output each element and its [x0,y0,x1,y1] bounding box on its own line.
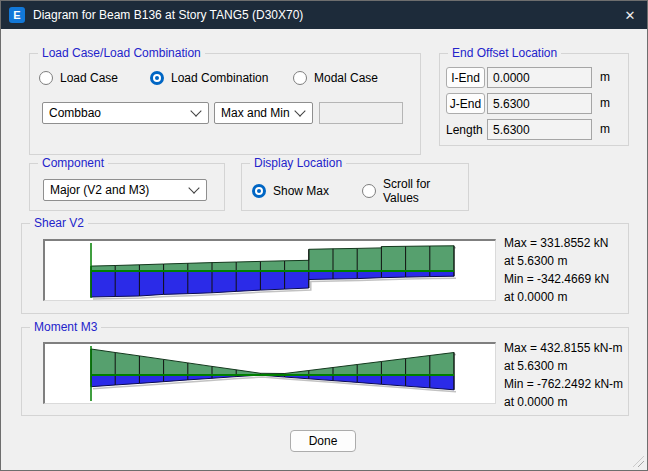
radio-circle-icon[interactable] [293,71,307,85]
end-offset-group-title: End Offset Location [448,46,561,60]
dialog-window: E Diagram for Beam B136 at Story TANG5 (… [0,0,648,471]
moment-group-title: Moment M3 [30,320,101,334]
i-end-value: 0.0000 [493,71,530,85]
radio-load-combination-label: Load Combination [171,71,268,85]
radio-show-max[interactable]: Show Max [252,184,329,198]
shear-group-title: Shear V2 [30,216,88,230]
shear-max-location: at 5.6300 m [504,252,609,270]
chevron-down-icon [294,105,305,116]
minmax-select[interactable]: Max and Min [214,102,313,124]
shear-min-location: at 0.0000 m [504,288,609,306]
load-case-group-title: Load Case/Load Combination [38,46,205,60]
chevron-down-icon [188,182,199,193]
i-end-field[interactable]: 0.0000 [487,67,592,88]
radio-circle-icon[interactable] [362,184,376,198]
shear-min-value: Min = -342.4669 kN [504,270,609,288]
display-location-group-title: Display Location [250,156,346,170]
length-label: Length [446,119,483,140]
done-button[interactable]: Done [290,430,356,452]
title-bar[interactable]: E Diagram for Beam B136 at Story TANG5 (… [1,1,647,29]
j-end-button[interactable]: J-End [446,93,485,114]
display-location-group: Display Location Show Max Scroll for Val… [241,163,469,211]
minmax-value: Max and Min [221,106,296,120]
moment-min-location: at 0.0000 m [504,393,623,411]
i-end-button-label: I-End [451,71,480,85]
component-group-title: Component [38,156,108,170]
moment-min-value: Min = -762.2492 kN-m [504,375,623,393]
done-button-label: Done [309,434,338,448]
i-end-button[interactable]: I-End [446,67,485,88]
radio-show-max-label: Show Max [273,184,329,198]
i-end-unit: m [600,70,610,84]
close-icon[interactable]: ✕ [613,1,647,29]
radio-load-combination[interactable]: Load Combination [150,71,268,85]
shear-diagram-svg [45,241,495,300]
load-combination-select[interactable]: Combbao [42,102,209,124]
radio-scroll-for-values[interactable]: Scroll for Values [362,184,468,198]
radio-scroll-for-values-label: Scroll for Values [383,177,468,205]
chevron-down-icon [190,105,201,116]
etabs-app-icon: E [9,7,25,23]
radio-selected-icon[interactable] [150,71,164,85]
component-value: Major (V2 and M3) [50,183,190,197]
moment-max-location: at 5.6300 m [504,357,623,375]
load-case-group: Load Case/Load Combination Load Case Loa… [29,53,421,155]
moment-max-value: Max = 432.8155 kN-m [504,339,623,357]
shear-diagram[interactable] [43,239,496,301]
radio-load-case-label: Load Case [60,71,118,85]
j-end-value: 5.6300 [493,97,530,111]
component-select[interactable]: Major (V2 and M3) [43,179,207,201]
component-group: Component Major (V2 and M3) [29,163,225,211]
end-offset-group: End Offset Location I-End 0.0000 m J-End… [439,53,629,146]
radio-circle-icon[interactable] [39,71,53,85]
shear-max-value: Max = 331.8552 kN [504,234,609,252]
radio-modal-case-label: Modal Case [314,71,378,85]
j-end-button-label: J-End [450,97,481,111]
length-unit: m [600,122,610,136]
j-end-field[interactable]: 5.6300 [487,93,592,114]
window-title: Diagram for Beam B136 at Story TANG5 (D3… [33,8,613,22]
radio-modal-case[interactable]: Modal Case [293,71,378,85]
moment-diagram-svg [45,344,495,403]
shear-group: Shear V2 Max = 331.8552 kN at 5.6300 m M… [21,223,629,314]
radio-load-case[interactable]: Load Case [39,71,118,85]
radio-selected-icon[interactable] [252,184,266,198]
step-field[interactable] [319,102,403,124]
moment-stats: Max = 432.8155 kN-m at 5.6300 m Min = -7… [504,339,623,411]
resize-grip[interactable] [633,456,644,467]
shear-stats: Max = 331.8552 kN at 5.6300 m Min = -342… [504,234,609,306]
moment-diagram[interactable] [43,342,496,404]
length-field[interactable]: 5.6300 [487,119,592,140]
moment-group: Moment M3 Max = 432.8155 kN-m at 5.6300 … [21,327,629,416]
j-end-unit: m [600,96,610,110]
length-value: 5.6300 [493,123,530,137]
load-combination-value: Combbao [49,106,192,120]
